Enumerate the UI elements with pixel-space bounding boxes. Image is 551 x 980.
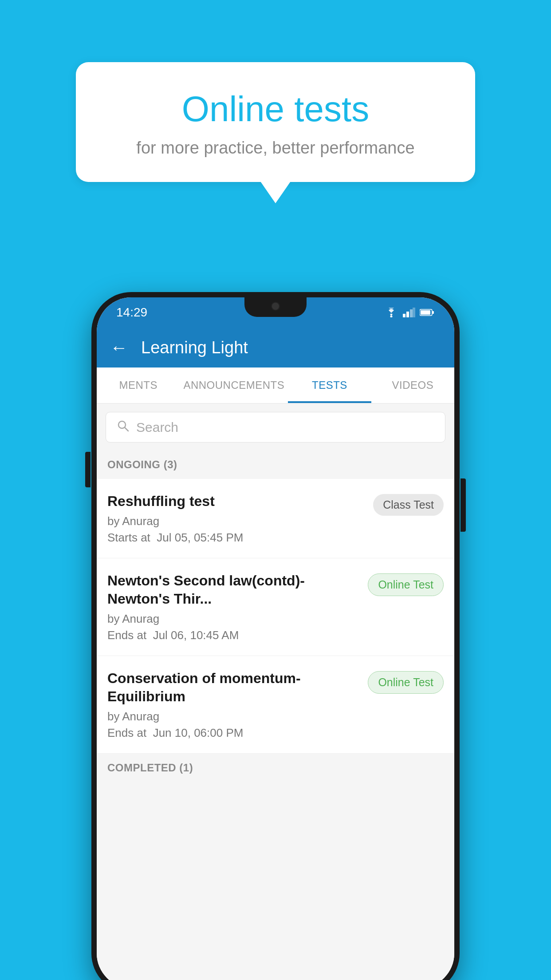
- app-header: ← Learning Light: [97, 328, 454, 368]
- status-time: 14:29: [116, 305, 147, 320]
- signal-icon: [403, 308, 415, 317]
- class-test-badge: Class Test: [373, 494, 444, 516]
- notch: [244, 297, 307, 317]
- wifi-icon: [384, 308, 398, 317]
- ongoing-section-header: ONGOING (3): [97, 450, 454, 479]
- test-title: Newton's Second law(contd)-Newton's Thir…: [107, 572, 361, 609]
- online-test-badge: Online Test: [368, 573, 444, 596]
- svg-line-9: [125, 427, 128, 431]
- search-container: Search: [97, 404, 454, 450]
- status-icons: [384, 308, 435, 317]
- online-test-badge: Online Test: [368, 671, 444, 694]
- phone-screen: 14:29: [97, 297, 454, 980]
- search-icon: [117, 419, 129, 435]
- search-bar[interactable]: Search: [106, 412, 445, 443]
- status-bar: 14:29: [97, 297, 454, 328]
- test-info: Conservation of momentum-Equilibrium by …: [107, 669, 361, 740]
- completed-section-header: COMPLETED (1): [97, 754, 454, 782]
- svg-rect-1: [403, 314, 405, 317]
- svg-rect-3: [410, 309, 413, 317]
- svg-rect-7: [421, 310, 430, 315]
- test-author: by Anurag: [107, 710, 361, 723]
- svg-rect-6: [432, 311, 434, 314]
- content-area: ONGOING (3) Reshuffling test by Anurag S…: [97, 450, 454, 980]
- tab-tests[interactable]: TESTS: [288, 368, 371, 403]
- tab-videos[interactable]: VIDEOS: [371, 368, 454, 403]
- battery-icon: [420, 308, 435, 316]
- test-item[interactable]: Reshuffling test by Anurag Starts at Jul…: [97, 479, 454, 558]
- search-placeholder: Search: [136, 420, 178, 435]
- speech-bubble: Online tests for more practice, better p…: [76, 62, 475, 182]
- promo-subtitle: for more practice, better performance: [111, 138, 440, 158]
- tab-ments[interactable]: MENTS: [97, 368, 180, 403]
- promo-title: Online tests: [111, 89, 440, 130]
- test-time: Ends at Jun 10, 06:00 PM: [107, 726, 361, 740]
- test-info: Reshuffling test by Anurag Starts at Jul…: [107, 492, 366, 545]
- test-item[interactable]: Conservation of momentum-Equilibrium by …: [97, 656, 454, 754]
- test-list: Reshuffling test by Anurag Starts at Jul…: [97, 479, 454, 754]
- promo-section: Online tests for more practice, better p…: [76, 62, 475, 182]
- test-info: Newton's Second law(contd)-Newton's Thir…: [107, 572, 361, 642]
- test-time: Starts at Jul 05, 05:45 PM: [107, 531, 366, 545]
- svg-rect-2: [406, 312, 409, 317]
- test-time: Ends at Jul 06, 10:45 AM: [107, 628, 361, 642]
- test-title: Conservation of momentum-Equilibrium: [107, 669, 361, 706]
- test-item[interactable]: Newton's Second law(contd)-Newton's Thir…: [97, 558, 454, 656]
- svg-rect-4: [413, 308, 415, 317]
- back-button[interactable]: ←: [110, 338, 128, 358]
- test-author: by Anurag: [107, 612, 361, 626]
- app-title: Learning Light: [141, 338, 248, 357]
- phone-frame: 14:29: [91, 292, 460, 980]
- svg-point-0: [390, 316, 393, 318]
- tab-announcements[interactable]: ANNOUNCEMENTS: [180, 368, 288, 403]
- test-author: by Anurag: [107, 514, 366, 528]
- camera-icon: [271, 302, 280, 311]
- tabs-container: MENTS ANNOUNCEMENTS TESTS VIDEOS: [97, 368, 454, 404]
- test-title: Reshuffling test: [107, 492, 366, 511]
